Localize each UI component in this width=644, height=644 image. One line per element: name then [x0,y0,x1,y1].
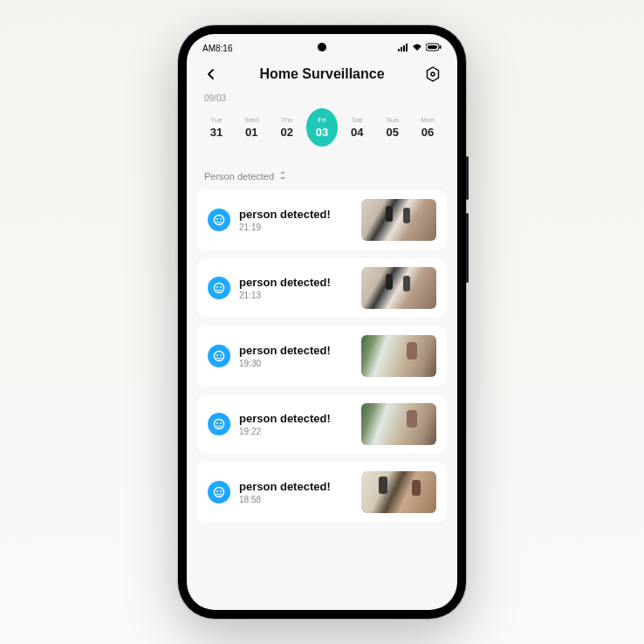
calendar-day-of-week: Sat [352,116,362,124]
calendar-day-number: 03 [316,126,328,139]
event-title: person detected! [239,344,353,357]
event-card[interactable]: person detected!19:30 [197,326,447,386]
svg-point-12 [216,286,218,288]
event-thumbnail [361,267,436,309]
chevron-left-icon [205,68,217,80]
calendar-strip: Tue31Wed01Thu02Fri03Sat04Sun05Mon06 [187,105,457,157]
event-card[interactable]: person detected!21:13 [197,258,447,318]
calendar-day-number: 06 [421,126,434,139]
settings-button[interactable] [424,65,442,83]
event-time: 19:22 [239,427,353,436]
svg-point-21 [216,490,218,492]
calendar-day[interactable]: Thu02 [271,108,303,147]
calendar-day[interactable]: Wed01 [236,108,267,147]
page-title: Home Surveillance [259,66,384,82]
svg-point-13 [220,286,222,288]
svg-point-15 [216,354,218,356]
svg-point-11 [215,284,224,293]
event-time: 21:19 [239,223,353,232]
status-icons [398,43,442,53]
event-time: 18:58 [239,495,353,504]
svg-point-10 [220,218,222,220]
event-thumbnail [361,403,436,445]
event-text: person detected!19:30 [239,344,353,368]
signal-icon [398,43,408,53]
calendar-day-of-week: Mon [421,116,435,124]
calendar-day[interactable]: Sun05 [377,108,408,147]
event-card[interactable]: person detected!18:58 [197,462,447,522]
svg-rect-2 [403,45,405,51]
date-label: 09/03 [187,86,457,105]
calendar-day-number: 02 [280,126,292,139]
wifi-icon [412,43,422,53]
event-title: person detected! [239,208,353,221]
filter-label: Person detected [204,171,274,182]
svg-point-17 [215,420,224,429]
calendar-day-number: 04 [351,126,363,139]
svg-point-7 [431,72,435,76]
person-detected-icon [208,345,230,367]
phone-frame: AM8:16 Home Surveillance [178,25,466,619]
calendar-day[interactable]: Tue31 [201,108,232,147]
event-thumbnail [361,471,436,513]
event-title: person detected! [239,412,353,425]
calendar-day-of-week: Fri [318,116,325,124]
calendar-day-number: 05 [386,126,398,139]
svg-point-8 [215,216,224,225]
calendar-day-of-week: Thu [281,116,293,124]
person-detected-icon [208,413,230,435]
calendar-day-number: 01 [245,126,257,139]
event-text: person detected!21:13 [239,276,353,300]
event-title: person detected! [239,276,353,289]
svg-point-22 [220,490,222,492]
phone-side-button [466,213,469,283]
screen: AM8:16 Home Surveillance [187,34,457,610]
svg-rect-5 [428,45,437,49]
sort-icon [279,171,286,182]
svg-point-19 [220,422,222,424]
svg-point-20 [215,488,224,497]
svg-rect-3 [406,44,408,51]
person-detected-icon [208,277,230,299]
svg-rect-0 [398,49,400,51]
event-thumbnail [361,199,436,241]
calendar-day-of-week: Tue [210,116,223,124]
svg-rect-6 [440,45,442,49]
svg-point-18 [216,422,218,424]
event-list: person detected!21:19person detected!21:… [187,190,457,610]
calendar-day-of-week: Wed [244,116,258,124]
event-time: 21:13 [239,291,353,300]
back-button[interactable] [202,65,220,83]
calendar-day[interactable]: Sat04 [341,108,373,147]
filter-dropdown[interactable]: Person detected [187,157,457,190]
event-thumbnail [361,335,436,377]
event-title: person detected! [239,480,353,493]
event-text: person detected!21:19 [239,208,353,232]
person-detected-icon [208,481,230,504]
event-card[interactable]: person detected!21:19 [197,190,447,250]
svg-point-14 [215,352,224,361]
hexagon-settings-icon [425,66,441,82]
svg-rect-1 [401,47,402,51]
event-time: 19:30 [239,359,353,368]
event-text: person detected!19:22 [239,412,353,436]
event-text: person detected!18:58 [239,480,353,504]
calendar-day[interactable]: Mon06 [412,108,443,147]
app-header: Home Surveillance [187,58,457,86]
calendar-day[interactable]: Fri03 [306,108,338,147]
status-time: AM8:16 [202,44,232,53]
calendar-day-of-week: Sun [387,116,399,124]
battery-icon [426,43,442,53]
calendar-day-number: 31 [210,126,223,139]
phone-side-button [466,156,469,200]
svg-point-16 [220,354,222,356]
camera-hole [318,43,326,51]
event-card[interactable]: person detected!19:22 [197,394,447,454]
person-detected-icon [208,209,230,231]
svg-point-9 [216,218,218,220]
